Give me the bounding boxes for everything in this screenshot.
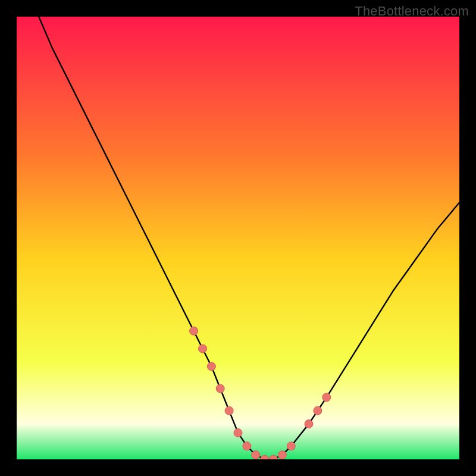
data-marker: [243, 442, 251, 450]
data-marker: [322, 393, 331, 402]
data-marker: [305, 420, 313, 428]
data-marker: [216, 384, 224, 393]
bottleneck-chart: [17, 17, 459, 459]
data-marker: [225, 406, 233, 415]
data-marker: [199, 345, 207, 353]
data-marker: [207, 362, 215, 371]
gradient-bg: [17, 17, 459, 459]
watermark-text: TheBottleneck.com: [355, 4, 469, 19]
data-marker: [190, 327, 198, 335]
chart-frame: [17, 17, 459, 459]
data-marker: [234, 428, 242, 437]
data-marker: [287, 442, 295, 450]
data-marker: [278, 451, 286, 459]
data-marker: [314, 406, 322, 415]
data-marker: [252, 451, 260, 459]
